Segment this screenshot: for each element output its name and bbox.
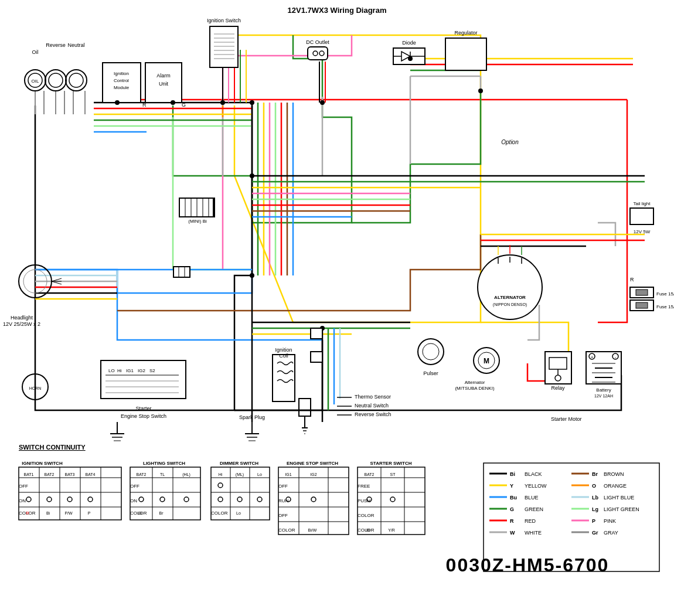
svg-text:Engine Stop Switch: Engine Stop Switch [121, 413, 166, 419]
svg-rect-71 [210, 26, 238, 67]
svg-text:PUSH: PUSH [358, 498, 370, 503]
svg-text:ST: ST [390, 472, 396, 477]
svg-text:12V1.7WX3 Wiring Diagram: 12V1.7WX3 Wiring Diagram [288, 6, 387, 15]
svg-text:Bi: Bi [366, 528, 370, 532]
svg-text:Battery: Battery [596, 387, 611, 393]
svg-text:Gr: Gr [592, 530, 598, 536]
svg-text:ALTERNATOR: ALTERNATOR [494, 295, 526, 300]
svg-point-314 [250, 100, 254, 105]
svg-text:G: G [510, 506, 514, 512]
svg-text:Option: Option [501, 139, 519, 145]
svg-text:FREE: FREE [358, 484, 370, 489]
svg-text:Starter Motor: Starter Motor [551, 416, 582, 422]
svg-text:Bi/W: Bi/W [308, 528, 317, 532]
svg-point-317 [320, 100, 325, 105]
svg-text:Lb: Lb [592, 495, 598, 501]
svg-text:BAT1: BAT1 [24, 472, 34, 477]
svg-text:Unit: Unit [159, 81, 169, 87]
svg-text:Bi: Bi [46, 511, 50, 515]
diagram-container: 12V1.7WX3 Wiring Diagram [0, 0, 674, 616]
svg-text:Bi: Bi [138, 511, 142, 515]
svg-text:OFF: OFF [278, 513, 288, 518]
svg-text:BAT3: BAT3 [65, 472, 75, 477]
svg-text:STARTER SWITCH: STARTER SWITCH [370, 461, 412, 466]
svg-text:S2: S2 [149, 368, 155, 373]
svg-text:COLOR: COLOR [358, 513, 375, 518]
svg-text:COLOR: COLOR [211, 511, 228, 516]
svg-text:Lg: Lg [592, 506, 598, 512]
svg-text:R: R [142, 102, 147, 108]
svg-point-320 [115, 100, 120, 105]
svg-text:BLUE: BLUE [525, 495, 539, 501]
svg-text:LIGHT BLUE: LIGHT BLUE [604, 495, 634, 501]
svg-point-318 [220, 100, 225, 105]
svg-rect-341 [311, 352, 322, 362]
svg-text:LIGHTING SWITCH: LIGHTING SWITCH [143, 461, 185, 466]
svg-text:Headlight: Headlight [11, 315, 33, 321]
svg-text:GREEN: GREEN [525, 506, 543, 512]
svg-text:Pulser: Pulser [423, 370, 438, 376]
svg-point-319 [171, 100, 175, 105]
svg-point-315 [478, 89, 483, 93]
svg-text:Reverse Switch: Reverse Switch [355, 411, 392, 417]
svg-text:Br: Br [592, 471, 598, 477]
svg-text:Y: Y [510, 483, 513, 489]
svg-rect-84 [445, 38, 486, 70]
svg-text:Alternator: Alternator [465, 380, 485, 385]
svg-point-313 [250, 173, 254, 178]
svg-text:Module: Module [114, 85, 130, 90]
svg-text:0030Z-HM5-6700: 0030Z-HM5-6700 [446, 554, 610, 576]
svg-text:SWITCH CONTINUITY: SWITCH CONTINUITY [19, 444, 86, 451]
svg-text:IG1: IG1 [285, 472, 291, 477]
svg-text:IGNITION SWITCH: IGNITION SWITCH [22, 461, 63, 466]
svg-text:IG2: IG2 [310, 472, 316, 477]
svg-text:O: O [592, 483, 596, 489]
svg-text:+: + [591, 355, 594, 360]
svg-text:RED: RED [525, 518, 536, 524]
svg-text:BAT2: BAT2 [365, 472, 375, 477]
svg-text:DC Outlet: DC Outlet [306, 39, 329, 45]
svg-text:12V 5W: 12V 5W [634, 229, 651, 234]
svg-text:OFF: OFF [130, 484, 139, 489]
svg-text:Fuse 15A: Fuse 15A [656, 291, 674, 297]
svg-text:ON: ON [19, 498, 26, 503]
svg-point-321 [250, 273, 254, 278]
svg-text:BAT2: BAT2 [137, 472, 147, 477]
svg-text:Br: Br [159, 511, 164, 515]
svg-text:Coil: Coil [279, 353, 288, 359]
svg-text:-: - [615, 355, 617, 360]
svg-text:IG1: IG1 [126, 368, 134, 373]
svg-text:IG2: IG2 [138, 368, 145, 373]
svg-text:Hi: Hi [219, 472, 223, 477]
svg-text:OFF: OFF [278, 484, 288, 489]
svg-text:(MINI) Bi: (MINI) Bi [188, 219, 207, 224]
svg-text:Hi: Hi [117, 368, 122, 373]
svg-rect-162 [636, 290, 648, 295]
svg-text:Reverse: Reverse [46, 42, 66, 48]
svg-text:BROWN: BROWN [604, 471, 624, 477]
svg-point-133 [418, 339, 444, 365]
svg-text:Neutral: Neutral [67, 42, 84, 48]
svg-text:G: G [182, 102, 186, 108]
svg-text:DIMMER SWITCH: DIMMER SWITCH [220, 461, 258, 466]
svg-text:WHITE: WHITE [525, 530, 542, 536]
svg-text:R: R [26, 511, 29, 515]
svg-point-316 [408, 56, 413, 61]
svg-text:Control: Control [114, 78, 129, 83]
svg-text:Ignition: Ignition [114, 71, 129, 76]
svg-text:HORN: HORN [29, 386, 42, 390]
svg-text:COLOR: COLOR [278, 527, 295, 533]
svg-text:12V 12AH: 12V 12AH [594, 394, 613, 398]
svg-text:YELLOW: YELLOW [525, 483, 547, 489]
svg-text:LO: LO [108, 368, 115, 373]
svg-text:OIL: OIL [32, 79, 39, 84]
svg-text:TL: TL [160, 472, 165, 477]
svg-rect-337 [173, 267, 190, 277]
svg-text:Bu: Bu [510, 495, 517, 501]
svg-text:OFF: OFF [19, 484, 28, 489]
svg-text:(MITSUBA DENKI): (MITSUBA DENKI) [455, 386, 494, 391]
svg-text:BAT2: BAT2 [45, 472, 55, 477]
svg-text:P/W: P/W [64, 511, 73, 515]
svg-text:LIGHT GREEN: LIGHT GREEN [604, 506, 639, 512]
svg-text:Spark Plug: Spark Plug [239, 414, 265, 420]
